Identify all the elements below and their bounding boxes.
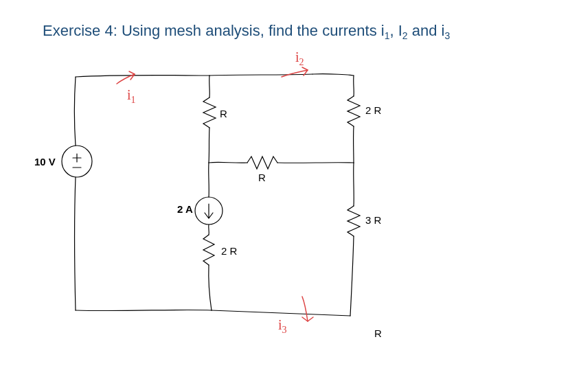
voltage-label: 10 V xyxy=(34,156,56,168)
i2-annotation: i2 xyxy=(295,49,304,68)
circuit-svg xyxy=(41,49,412,345)
title-text-2: , I xyxy=(389,22,402,39)
resistor-r-top: R xyxy=(220,108,227,119)
current-source-label: 2 A xyxy=(177,203,193,215)
i2-sub: 2 xyxy=(299,57,304,67)
i3-sub: 3 xyxy=(282,325,287,335)
resistor-2r-top: 2 R xyxy=(365,104,381,116)
i1-annotation: i1 xyxy=(127,87,136,106)
resistor-r-corner: R xyxy=(374,327,382,339)
resistor-3r: 3 R xyxy=(365,214,381,226)
exercise-title: Exercise 4: Using mesh analysis, find th… xyxy=(43,22,450,41)
title-sub-2: 2 xyxy=(402,30,408,41)
title-text-3: and i xyxy=(408,22,445,39)
circuit-diagram: 10 V 2 A R R 2 R 2 R 3 R R i1 i2 i3 xyxy=(41,49,412,345)
resistor-r-mid: R xyxy=(258,172,266,183)
title-sub-3: 3 xyxy=(444,30,450,41)
title-text-1: Exercise 4: Using mesh analysis, find th… xyxy=(43,22,385,39)
i3-annotation: i3 xyxy=(278,317,287,336)
resistor-2r-bottom: 2 R xyxy=(221,245,237,257)
i1-sub: 1 xyxy=(131,95,136,105)
